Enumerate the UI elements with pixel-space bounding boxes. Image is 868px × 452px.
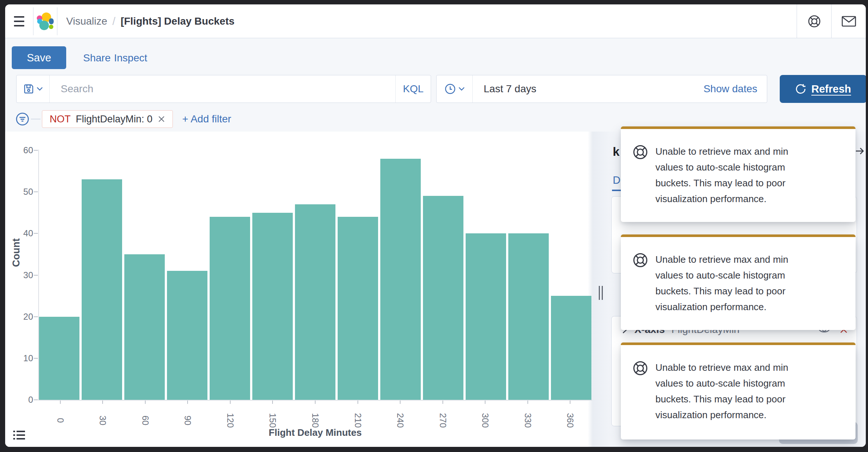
bar-60[interactable] [124,254,165,400]
search-input[interactable] [50,75,395,103]
life-ring-icon [633,360,648,376]
remove-filter-button[interactable] [158,115,165,123]
warning-toast[interactable]: Unable to retrieve max and min values to… [621,234,855,330]
legend-toggle-button[interactable] [13,430,25,441]
filter-negate-label: NOT [50,114,71,125]
bar-90[interactable] [167,271,207,400]
filter-pill[interactable]: NOT FlightDelayMin: 0 [42,110,173,128]
filter-pill-label: FlightDelayMin: 0 [76,114,153,125]
bar-180[interactable] [295,204,335,400]
query-language-button[interactable]: KQL [395,75,431,103]
life-ring-icon [808,15,821,28]
x-tick-mark [315,401,316,404]
add-filter-button[interactable]: + Add filter [182,113,231,125]
y-tick-mark [34,358,38,359]
x-tick-mark [400,401,401,404]
page-title: [Flights] Delay Buckets [121,15,235,27]
inspect-button[interactable]: Inspect [114,52,147,64]
y-tick-label: 50 [13,187,33,197]
date-picker: Last 7 days Show dates [436,75,767,103]
y-tick-mark [34,316,38,317]
refresh-label: Refresh [811,83,851,95]
legend-list-icon [13,430,25,440]
bar-150[interactable] [252,213,293,400]
menu-icon[interactable] [5,4,33,38]
refresh-button[interactable]: Refresh [780,75,866,103]
x-tick-mark [230,401,231,404]
bar-210[interactable] [338,217,378,400]
y-tick-mark [34,233,38,234]
bar-0[interactable] [39,317,79,400]
chevron-down-icon [37,87,43,91]
x-tick-mark [357,401,358,404]
x-tick-mark [145,401,146,404]
toast-message: Unable to retrieve max and min values to… [655,252,788,315]
toast-message: Unable to retrieve max and min values to… [655,144,788,207]
bar-120[interactable] [210,217,250,400]
x-tick-mark [527,401,528,404]
refresh-icon [795,83,806,94]
x-tick-mark [60,401,61,404]
share-button[interactable]: Share [83,52,111,64]
y-tick-label: 0 [13,395,33,405]
bar-270[interactable] [423,196,463,400]
clock-icon [445,83,456,94]
bar-240[interactable] [380,159,421,400]
filter-icon [15,112,29,126]
elastic-logo-icon [37,12,54,30]
x-tick-mark [442,401,443,404]
x-axis-title: Flight Delay Minutes [39,427,591,438]
x-tick-mark [187,401,188,404]
x-tick-mark [570,401,570,404]
elastic-logo[interactable] [33,12,57,30]
x-tick-mark [272,401,273,404]
bar-30[interactable] [82,179,122,400]
x-tick-mark [102,401,103,404]
y-tick-label: 10 [13,353,33,363]
time-menu-button[interactable] [437,75,473,103]
envelope-icon [842,16,856,27]
app-window: Visualize / [Flights] Delay Buckets Save… [5,4,866,447]
show-dates-button[interactable]: Show dates [704,83,757,95]
save-button[interactable]: Save [12,46,66,69]
y-tick-mark [34,191,38,192]
toast-message: Unable to retrieve max and min values to… [655,360,788,425]
life-ring-icon [633,252,648,268]
y-tick-label: 40 [13,228,33,238]
bar-330[interactable] [508,233,549,400]
divider [57,7,57,35]
filter-options-button[interactable] [15,112,29,126]
breadcrumb: Visualize / [Flights] Delay Buckets [66,15,235,28]
y-tick-mark [34,399,38,400]
x-tick-mark [485,401,485,404]
life-ring-icon [633,144,648,160]
breadcrumb-separator: / [113,15,115,28]
index-pattern-label: k [613,145,619,159]
newsfeed-button[interactable] [831,4,866,38]
bar-360[interactable] [551,296,591,400]
sidebar-resize-handle[interactable] [599,286,603,300]
y-tick-label: 60 [13,145,33,155]
plot-area [39,150,591,400]
help-button[interactable] [797,4,831,38]
breadcrumb-visualize[interactable]: Visualize [66,15,107,27]
chevron-down-icon [459,87,465,91]
filter-bar: NOT FlightDelayMin: 0 + Add filter [15,110,231,128]
close-icon [158,115,165,123]
query-bar: KQL [16,75,431,103]
y-tick-mark [34,275,38,276]
y-tick-label: 20 [13,312,33,322]
time-range-value[interactable]: Last 7 days [484,83,536,95]
saved-query-menu-button[interactable] [17,75,50,103]
y-tick-label: 30 [13,270,33,280]
tab-data[interactable]: D [613,174,620,186]
bar-300[interactable] [466,233,506,400]
warning-toast[interactable]: Unable to retrieve max and min values to… [621,126,855,222]
y-tick-mark [34,150,38,151]
divider [31,119,40,119]
save-icon [24,84,34,94]
warning-toast[interactable]: Unable to retrieve max and min values to… [621,342,855,440]
top-navigation-bar: Visualize / [Flights] Delay Buckets [5,4,866,38]
